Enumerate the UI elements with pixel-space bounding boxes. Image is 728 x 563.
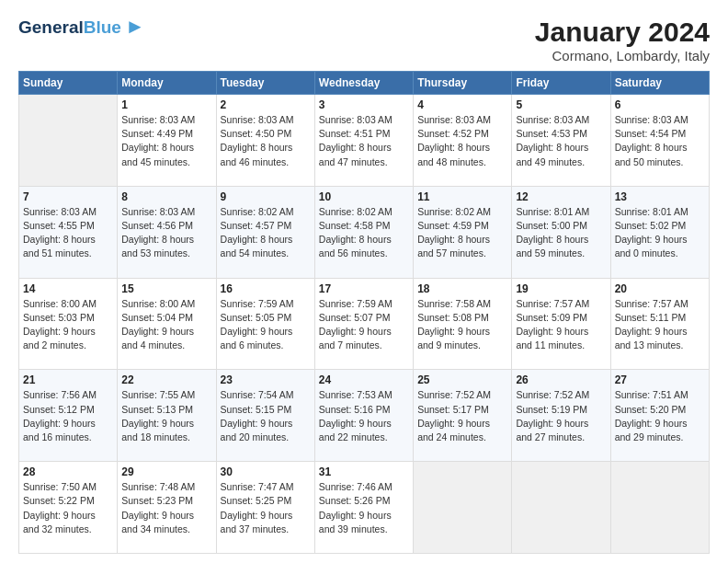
day-info: Sunrise: 7:59 AMSunset: 5:07 PMDaylight:…: [319, 297, 409, 353]
title-block: January 2024 Cormano, Lombardy, Italy: [535, 17, 710, 63]
week-row-5: 28Sunrise: 7:50 AMSunset: 5:22 PMDayligh…: [19, 462, 710, 554]
calendar-cell: 26Sunrise: 7:52 AMSunset: 5:19 PMDayligh…: [512, 370, 610, 462]
day-number: 27: [615, 373, 705, 386]
day-number: 6: [615, 98, 705, 111]
calendar-cell: 12Sunrise: 8:01 AMSunset: 5:00 PMDayligh…: [512, 186, 610, 278]
page-subtitle: Cormano, Lombardy, Italy: [535, 48, 710, 63]
day-number: 15: [121, 282, 211, 295]
day-number: 22: [121, 373, 211, 386]
col-header-saturday: Saturday: [610, 72, 709, 95]
day-number: 28: [23, 465, 113, 478]
calendar-cell: 15Sunrise: 8:00 AMSunset: 5:04 PMDayligh…: [118, 278, 216, 370]
day-number: 9: [221, 190, 311, 203]
day-number: 4: [417, 98, 507, 111]
calendar-cell: 8Sunrise: 8:03 AMSunset: 4:56 PMDaylight…: [118, 186, 216, 278]
day-number: 12: [516, 190, 606, 203]
day-info: Sunrise: 7:54 AMSunset: 5:15 PMDaylight:…: [221, 388, 311, 444]
header-row: SundayMondayTuesdayWednesdayThursdayFrid…: [19, 72, 710, 95]
day-info: Sunrise: 8:03 AMSunset: 4:53 PMDaylight:…: [516, 113, 606, 169]
day-info: Sunrise: 7:57 AMSunset: 5:09 PMDaylight:…: [516, 297, 606, 353]
calendar-cell: 20Sunrise: 7:57 AMSunset: 5:11 PMDayligh…: [610, 278, 709, 370]
day-info: Sunrise: 8:02 AMSunset: 4:58 PMDaylight:…: [319, 205, 409, 261]
day-info: Sunrise: 7:59 AMSunset: 5:05 PMDaylight:…: [221, 297, 311, 353]
calendar-cell: 16Sunrise: 7:59 AMSunset: 5:05 PMDayligh…: [216, 278, 314, 370]
day-number: 1: [121, 98, 211, 111]
calendar-cell: 19Sunrise: 7:57 AMSunset: 5:09 PMDayligh…: [512, 278, 610, 370]
day-number: 2: [221, 98, 311, 111]
day-info: Sunrise: 7:46 AMSunset: 5:26 PMDaylight:…: [319, 480, 409, 536]
day-number: 18: [417, 282, 507, 295]
calendar-cell: 14Sunrise: 8:00 AMSunset: 5:03 PMDayligh…: [19, 278, 118, 370]
calendar-cell: 24Sunrise: 7:53 AMSunset: 5:16 PMDayligh…: [314, 370, 413, 462]
day-number: 13: [615, 190, 705, 203]
calendar-cell: 4Sunrise: 8:03 AMSunset: 4:52 PMDaylight…: [414, 95, 512, 187]
day-number: 25: [417, 373, 507, 386]
col-header-monday: Monday: [118, 72, 216, 95]
day-info: Sunrise: 8:03 AMSunset: 4:50 PMDaylight:…: [221, 113, 311, 169]
day-info: Sunrise: 8:03 AMSunset: 4:51 PMDaylight:…: [319, 113, 409, 169]
day-number: 21: [23, 373, 113, 386]
calendar-cell: 29Sunrise: 7:48 AMSunset: 5:23 PMDayligh…: [118, 462, 216, 554]
day-info: Sunrise: 8:00 AMSunset: 5:03 PMDaylight:…: [23, 297, 113, 353]
day-number: 16: [221, 282, 311, 295]
day-info: Sunrise: 7:51 AMSunset: 5:20 PMDaylight:…: [615, 388, 705, 444]
col-header-thursday: Thursday: [414, 72, 512, 95]
day-number: 30: [221, 465, 311, 478]
day-number: 5: [516, 98, 606, 111]
header: GeneralBlue ► January 2024 Cormano, Lomb…: [18, 17, 710, 63]
day-info: Sunrise: 8:01 AMSunset: 5:02 PMDaylight:…: [615, 205, 705, 261]
day-info: Sunrise: 7:50 AMSunset: 5:22 PMDaylight:…: [23, 480, 113, 536]
day-number: 8: [121, 190, 211, 203]
calendar-cell: 21Sunrise: 7:56 AMSunset: 5:12 PMDayligh…: [19, 370, 118, 462]
day-number: 11: [417, 190, 507, 203]
week-row-1: 1Sunrise: 8:03 AMSunset: 4:49 PMDaylight…: [19, 95, 710, 187]
day-info: Sunrise: 8:03 AMSunset: 4:54 PMDaylight:…: [615, 113, 705, 169]
day-info: Sunrise: 8:02 AMSunset: 4:57 PMDaylight:…: [221, 205, 311, 261]
calendar-cell: 17Sunrise: 7:59 AMSunset: 5:07 PMDayligh…: [314, 278, 413, 370]
day-number: 3: [319, 98, 409, 111]
calendar-cell: 13Sunrise: 8:01 AMSunset: 5:02 PMDayligh…: [610, 186, 709, 278]
calendar-cell: 7Sunrise: 8:03 AMSunset: 4:55 PMDaylight…: [19, 186, 118, 278]
day-info: Sunrise: 7:48 AMSunset: 5:23 PMDaylight:…: [121, 480, 211, 536]
calendar-cell: 30Sunrise: 7:47 AMSunset: 5:25 PMDayligh…: [216, 462, 314, 554]
calendar-cell: 31Sunrise: 7:46 AMSunset: 5:26 PMDayligh…: [314, 462, 413, 554]
day-number: 10: [319, 190, 409, 203]
calendar-cell: [19, 95, 118, 187]
week-row-4: 21Sunrise: 7:56 AMSunset: 5:12 PMDayligh…: [19, 370, 710, 462]
calendar-cell: 1Sunrise: 8:03 AMSunset: 4:49 PMDaylight…: [118, 95, 216, 187]
calendar-cell: 27Sunrise: 7:51 AMSunset: 5:20 PMDayligh…: [610, 370, 709, 462]
day-info: Sunrise: 8:03 AMSunset: 4:52 PMDaylight:…: [417, 113, 507, 169]
day-number: 23: [221, 373, 311, 386]
day-number: 17: [319, 282, 409, 295]
calendar-cell: 3Sunrise: 8:03 AMSunset: 4:51 PMDaylight…: [314, 95, 413, 187]
day-info: Sunrise: 8:03 AMSunset: 4:56 PMDaylight:…: [121, 205, 211, 261]
day-number: 14: [23, 282, 113, 295]
day-info: Sunrise: 7:53 AMSunset: 5:16 PMDaylight:…: [319, 388, 409, 444]
calendar-cell: [512, 462, 610, 554]
calendar-cell: 11Sunrise: 8:02 AMSunset: 4:59 PMDayligh…: [414, 186, 512, 278]
calendar-cell: 9Sunrise: 8:02 AMSunset: 4:57 PMDaylight…: [216, 186, 314, 278]
day-number: 7: [23, 190, 113, 203]
col-header-sunday: Sunday: [19, 72, 118, 95]
calendar-cell: 18Sunrise: 7:58 AMSunset: 5:08 PMDayligh…: [414, 278, 512, 370]
week-row-2: 7Sunrise: 8:03 AMSunset: 4:55 PMDaylight…: [19, 186, 710, 278]
day-info: Sunrise: 7:58 AMSunset: 5:08 PMDaylight:…: [417, 297, 507, 353]
calendar-cell: 23Sunrise: 7:54 AMSunset: 5:15 PMDayligh…: [216, 370, 314, 462]
calendar-cell: 5Sunrise: 8:03 AMSunset: 4:53 PMDaylight…: [512, 95, 610, 187]
day-info: Sunrise: 8:03 AMSunset: 4:49 PMDaylight:…: [121, 113, 211, 169]
day-number: 26: [516, 373, 606, 386]
calendar-cell: 6Sunrise: 8:03 AMSunset: 4:54 PMDaylight…: [610, 95, 709, 187]
logo-bird-icon: ►: [125, 17, 145, 37]
day-info: Sunrise: 7:55 AMSunset: 5:13 PMDaylight:…: [121, 388, 211, 444]
col-header-wednesday: Wednesday: [314, 72, 413, 95]
day-number: 29: [121, 465, 211, 478]
day-info: Sunrise: 8:01 AMSunset: 5:00 PMDaylight:…: [516, 205, 606, 261]
day-info: Sunrise: 8:03 AMSunset: 4:55 PMDaylight:…: [23, 205, 113, 261]
day-number: 19: [516, 282, 606, 295]
day-number: 24: [319, 373, 409, 386]
page: GeneralBlue ► January 2024 Cormano, Lomb…: [0, 0, 728, 563]
day-info: Sunrise: 7:52 AMSunset: 5:19 PMDaylight:…: [516, 388, 606, 444]
page-title: January 2024: [535, 17, 710, 48]
calendar-cell: 28Sunrise: 7:50 AMSunset: 5:22 PMDayligh…: [19, 462, 118, 554]
calendar-cell: 22Sunrise: 7:55 AMSunset: 5:13 PMDayligh…: [118, 370, 216, 462]
